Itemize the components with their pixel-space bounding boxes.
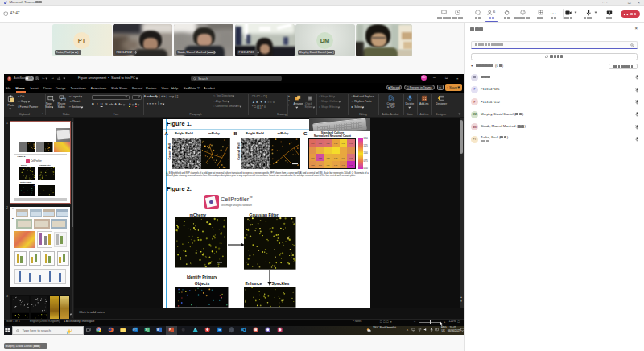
svg-text:W: W [157,328,159,332]
svg-text:P: P [169,328,171,332]
svg-text:in: in [218,329,221,332]
